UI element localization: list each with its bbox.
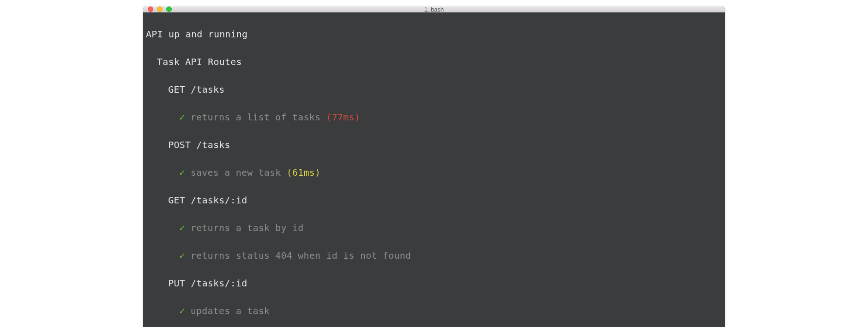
output-line: API up and running [146,29,247,40]
check-icon: ✓ [179,250,185,261]
route-header: POST /tasks [168,139,230,150]
terminal-window: 1. bash API up and running Task API Rout… [143,6,725,327]
check-icon: ✓ [179,167,185,178]
check-icon: ✓ [179,305,185,316]
test-time: (61ms) [287,167,320,178]
route-header: GET /tasks/:id [168,195,247,206]
test-desc: returns a list of tasks [191,112,321,123]
check-icon: ✓ [179,222,185,233]
route-header: PUT /tasks/:id [168,278,247,289]
test-desc: returns status 404 when id is not found [191,250,411,261]
minimize-icon[interactable] [157,6,163,12]
check-icon: ✓ [179,112,185,123]
maximize-icon[interactable] [166,6,172,12]
titlebar[interactable]: 1. bash [143,6,725,12]
traffic-lights [148,6,172,12]
test-desc: saves a new task [191,167,281,178]
suite-name: Task API Routes [157,56,242,67]
test-time: (77ms) [326,112,360,123]
terminal-output[interactable]: API up and running Task API Routes GET /… [143,12,725,327]
test-desc: updates a task [191,305,270,316]
close-icon[interactable] [148,6,153,12]
route-header: GET /tasks [168,84,224,95]
window-title: 1. bash [143,6,725,13]
test-desc: returns a task by id [191,222,304,233]
